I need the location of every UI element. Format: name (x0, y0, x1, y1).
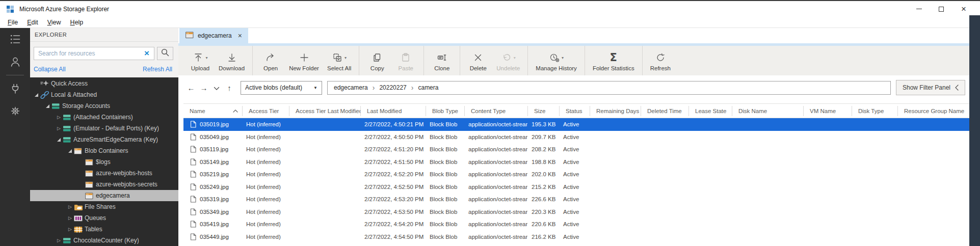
tree-item-local-attached[interactable]: Local & Attached (30, 89, 178, 100)
tree-item-label: ChocolateCounter (Key) (73, 237, 139, 244)
tree-expander[interactable]: ▷ (66, 215, 74, 221)
blob-container-icon (74, 147, 85, 155)
chevron-down-icon[interactable] (211, 84, 222, 92)
tree-item-storage-accounts[interactable]: Storage Accounts (30, 100, 178, 112)
tree-expander[interactable]: ▷ (66, 204, 74, 209)
blob-view-dropdown-value: Active blobs (default) (245, 84, 313, 91)
blob-row-035249-jpg[interactable]: 035249.jpgHot (inferred)2/27/2022, 4:52:… (183, 181, 969, 194)
tree-item-tables[interactable]: ▷Tables (30, 224, 178, 235)
column-header-vm-name[interactable]: VM Name (803, 106, 852, 116)
tree-item-quick-access[interactable]: Quick Access (30, 78, 178, 89)
back-arrow-icon[interactable]: ← (186, 84, 197, 92)
forward-arrow-icon[interactable]: → (198, 84, 209, 92)
cell-access-tier: Hot (inferred) (242, 234, 289, 240)
blob-row-035149-jpg[interactable]: 035149.jpgHot (inferred)2/27/2022, 4:51:… (183, 156, 969, 169)
show-filter-panel-button[interactable]: Show Filter Panel (896, 80, 965, 95)
blob-row-035349-jpg[interactable]: 035349.jpgHot (inferred)2/27/2022, 4:53:… (183, 206, 969, 218)
tree-expander[interactable] (55, 138, 63, 142)
blob-row-035119-jpg[interactable]: 035119.jpgHot (inferred)2/27/2022, 4:51:… (183, 143, 969, 156)
column-header-remaining-days[interactable]: Remaining Days (590, 106, 641, 116)
tree-expander[interactable] (44, 104, 51, 108)
cell-content-type: application/octet-stream (464, 196, 527, 202)
blob-view-dropdown[interactable]: Active blobs (default) ▼ (241, 81, 322, 95)
column-header-name[interactable]: Name (183, 106, 242, 116)
column-header-blob-type[interactable]: Blob Type (426, 106, 464, 116)
menu-item-help[interactable]: Help (66, 19, 88, 26)
column-header-disk-name[interactable]: Disk Name (732, 106, 803, 116)
upload-button[interactable]: ▾Upload (186, 50, 215, 71)
manage-history-button[interactable]: ▾Manage History (532, 50, 581, 71)
new-folder-button[interactable]: New Folder (285, 50, 323, 71)
tree-expander[interactable] (66, 149, 74, 153)
tree-item-logs[interactable]: $logs (30, 156, 178, 168)
select-all-button[interactable]: ▾Select All (323, 50, 355, 71)
tree-expander[interactable]: ▷ (55, 126, 63, 131)
menu-bar: FileEditViewHelp (0, 17, 969, 28)
menu-item-edit[interactable]: Edit (22, 19, 43, 26)
blob-row-035219-jpg[interactable]: 035219.jpgHot (inferred)2/27/2022, 4:52:… (183, 168, 969, 181)
collapse-all-link[interactable]: Collapse All (34, 66, 66, 75)
tree-item-edgecamera[interactable]: edgecamera (30, 190, 178, 201)
search-input[interactable] (34, 47, 154, 60)
tree-item-azure-webjobs-hosts[interactable]: azure-webjobs-hosts (30, 168, 178, 179)
undelete-button[interactable]: ▾Undelete (492, 50, 524, 71)
tree-item-azuresmartedgecamera-key[interactable]: AzureSmartEdgeCamera (Key) (30, 134, 178, 145)
menu-item-file[interactable]: File (3, 19, 22, 26)
blob-row-035019-jpg[interactable]: 035019.jpgHot (inferred)2/27/2022, 4:50:… (183, 118, 969, 131)
tree-item-attached-containers[interactable]: ▷(Attached Containers) (30, 112, 178, 123)
folder-statistics-button[interactable]: ΣFolder Statistics (589, 50, 639, 71)
tree-item-azure-webjobs-secrets[interactable]: azure-webjobs-secrets (30, 179, 178, 190)
connect-plug-icon[interactable] (0, 77, 30, 100)
copy-button[interactable]: Copy (363, 50, 391, 71)
refresh-all-link[interactable]: Refresh All (143, 66, 172, 75)
up-arrow-icon[interactable]: ↑ (224, 84, 235, 92)
download-button[interactable]: Download (215, 50, 249, 71)
tree-item-emulator-default-ports-key[interactable]: ▷(Emulator - Default Ports) (Key) (30, 123, 178, 134)
maximize-button[interactable] (930, 2, 952, 16)
tab-close-icon[interactable]: × (238, 33, 242, 39)
tree-expander[interactable]: ▷ (55, 238, 63, 243)
tree-expander[interactable] (33, 93, 40, 97)
tree-item-blob-containers[interactable]: Blob Containers (30, 145, 178, 156)
settings-gear-icon[interactable] (0, 100, 30, 122)
column-header-size[interactable]: Size (527, 106, 559, 116)
column-header-last-modified[interactable]: Last Modified (360, 106, 426, 116)
blob-row-035419-jpg[interactable]: 035419.jpgHot (inferred)2/27/2022, 4:54:… (183, 218, 969, 231)
blob-row-035449-jpg[interactable]: 035449.jpgHot (inferred)2/27/2022, 4:54:… (183, 231, 969, 243)
column-header-resource-group-name[interactable]: Resource Group Name (897, 106, 969, 116)
refresh-button[interactable]: Refresh (646, 50, 675, 71)
blob-row-035319-jpg[interactable]: 035319.jpgHot (inferred)2/27/2022, 4:53:… (183, 193, 969, 206)
breadcrumb-segment-camera[interactable]: camera (418, 84, 438, 91)
delete-button[interactable]: Delete (464, 50, 492, 71)
tree-item-chocolatecounter-key[interactable]: ▷ChocolateCounter (Key) (30, 235, 178, 246)
column-header-status[interactable]: Status (559, 106, 590, 116)
tab-edgecamera[interactable]: edgecamera × (179, 28, 248, 43)
toolbar-button-label: Undelete (496, 65, 520, 71)
paste-button[interactable]: Paste (391, 50, 420, 71)
tree-item-label: edgecamera (96, 192, 130, 199)
tree-expander[interactable]: ▷ (55, 115, 63, 120)
tree-item-queues[interactable]: ▷Queues (30, 212, 178, 224)
tree-item-file-shares[interactable]: ▷File Shares (30, 201, 178, 212)
column-header-content-type[interactable]: Content Type (464, 106, 527, 116)
clone-button[interactable]: Clone (428, 50, 456, 71)
open-button[interactable]: Open (256, 50, 285, 71)
column-header-access-tier[interactable]: Access Tier (242, 106, 289, 116)
column-header-access-tier-last-modified[interactable]: Access Tier Last Modified (289, 106, 360, 116)
search-button[interactable] (157, 47, 173, 60)
blob-row-035049-jpg[interactable]: 035049.jpgHot (inferred)2/27/2022, 4:50:… (183, 131, 969, 144)
tree-expander[interactable]: ▷ (66, 227, 74, 232)
account-person-icon[interactable] (0, 50, 30, 73)
dropdown-caret-icon: ▾ (562, 56, 564, 60)
column-header-disk-type[interactable]: Disk Type (852, 106, 897, 116)
column-header-deleted-time[interactable]: Deleted Time (641, 106, 688, 116)
column-header-lease-state[interactable]: Lease State (688, 106, 732, 116)
menu-item-view[interactable]: View (43, 19, 66, 26)
explorer-list-icon[interactable] (0, 28, 30, 50)
breadcrumb-segment-edgecamera[interactable]: edgecamera (334, 84, 368, 91)
blob-container-icon (85, 192, 96, 200)
minimize-button[interactable] (908, 2, 930, 16)
search-clear-icon[interactable]: × (144, 49, 149, 58)
close-button[interactable]: × (952, 2, 975, 16)
breadcrumb-segment-20220227[interactable]: 20220227 (379, 84, 406, 91)
